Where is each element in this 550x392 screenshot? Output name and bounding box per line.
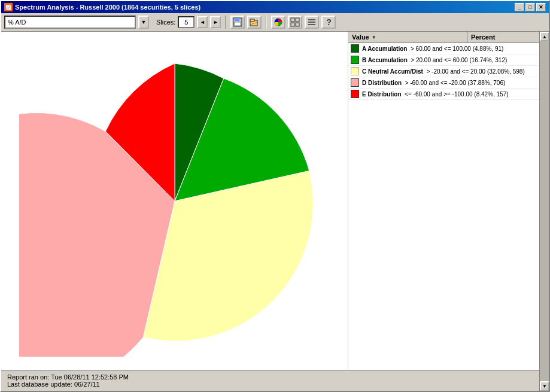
vertical-scrollbar[interactable]: ▲ ▼	[539, 32, 549, 391]
list-button[interactable]	[305, 16, 319, 29]
toolbar: % A/D ▼ Slices: 5 ◄ ►	[1, 13, 549, 32]
legend-row-d: D Distribution > -60.00 and <= -20.00 (3…	[348, 77, 539, 89]
legend-color-d	[351, 78, 359, 87]
close-button[interactable]: ✕	[536, 3, 546, 11]
legend-value-label: Value	[352, 34, 369, 41]
scroll-down-button[interactable]: ▼	[540, 381, 549, 391]
indicator-value: % A/D	[8, 19, 26, 26]
chart-type-button[interactable]	[271, 16, 285, 29]
open-icon	[250, 17, 259, 27]
slices-label: Slices:	[156, 19, 175, 26]
slices-less-button[interactable]: ◄	[197, 16, 208, 28]
app-icon: 📈	[4, 3, 13, 11]
pie-chart	[19, 45, 330, 357]
grid-icon	[290, 17, 300, 27]
legend-row-e: E Distribution <= -60.00 and >= -100.00 …	[348, 89, 539, 100]
legend-label-e: E Distribution <= -60.00 and >= -100.00 …	[362, 91, 537, 98]
legend-label-c: C Neutral Accum/Dist > -20.00 and <= 20.…	[362, 68, 537, 75]
legend-header: Value ▼ Percent	[348, 32, 539, 43]
report-line1: Report ran on: Tue 06/28/11 12:52:58 PM	[7, 373, 533, 381]
legend-color-b	[351, 56, 359, 64]
title-bar: 📈 Spectrum Analysis - Russell 2000 (1864…	[1, 1, 549, 13]
legend-label-b: B Accumulation > 20.00 and <= 60.00 (16.…	[362, 57, 537, 63]
save-button[interactable]	[230, 16, 245, 29]
open-button[interactable]	[247, 16, 262, 29]
toolbar-separator-1	[225, 16, 226, 29]
legend-panel: Value ▼ Percent A Accumulation > 60.00	[348, 32, 539, 370]
help-button[interactable]: ?	[321, 16, 336, 29]
main-window: 📈 Spectrum Analysis - Russell 2000 (1864…	[0, 0, 550, 392]
title-bar-left: 📈 Spectrum Analysis - Russell 2000 (1864…	[4, 3, 200, 11]
indicator-dropdown-arrow[interactable]: ▼	[138, 16, 149, 29]
window-title: Spectrum Analysis - Russell 2000 (1864 s…	[15, 4, 200, 11]
slices-input[interactable]: 5	[178, 16, 195, 28]
slices-value: 5	[184, 19, 188, 26]
scroll-up-button[interactable]: ▲	[540, 32, 549, 41]
help-icon: ?	[326, 17, 332, 27]
slices-more-button[interactable]: ►	[210, 16, 221, 28]
svg-rect-8	[296, 18, 299, 22]
footer: Report ran on: Tue 06/28/11 12:52:58 PM …	[1, 370, 539, 391]
minimize-button[interactable]: _	[515, 3, 524, 11]
legend-row-b: B Accumulation > 20.00 and <= 60.00 (16.…	[348, 54, 539, 66]
scroll-track[interactable]	[540, 41, 549, 381]
title-controls: _ □ ✕	[515, 3, 546, 11]
sort-arrow-icon: ▼	[372, 35, 376, 40]
maximize-button[interactable]: □	[525, 3, 535, 11]
legend-value-header[interactable]: Value ▼	[348, 32, 467, 42]
chart-area	[1, 32, 348, 370]
svg-rect-7	[291, 18, 294, 22]
toolbar-separator-2	[266, 16, 267, 29]
legend-row-c: C Neutral Accum/Dist > -20.00 and <= 20.…	[348, 66, 539, 77]
svg-rect-2	[235, 22, 241, 26]
main-content: Value ▼ Percent A Accumulation > 60.00	[1, 32, 539, 370]
indicator-dropdown[interactable]: % A/D	[4, 16, 136, 29]
legend-row-a: A Accumulation > 60.00 and <= 100.00 (4.…	[348, 43, 539, 54]
legend-percent-label: Percent	[471, 34, 495, 41]
legend-label-d: D Distribution > -60.00 and <= -20.00 (3…	[362, 80, 537, 86]
pie-chart-icon	[274, 17, 283, 27]
svg-rect-9	[291, 23, 294, 26]
legend-color-c	[351, 67, 359, 75]
legend-color-a	[351, 44, 359, 53]
legend-label-a: A Accumulation > 60.00 and <= 100.00 (4.…	[362, 45, 537, 52]
legend-rows: A Accumulation > 60.00 and <= 100.00 (4.…	[348, 43, 539, 370]
save-icon	[233, 17, 242, 27]
grid-button[interactable]	[288, 16, 302, 29]
legend-percent-header[interactable]: Percent	[467, 32, 539, 42]
svg-rect-10	[296, 23, 299, 26]
report-line2: Last database update: 06/27/11	[7, 381, 533, 388]
svg-rect-4	[250, 19, 254, 22]
svg-rect-1	[235, 18, 239, 21]
legend-color-e	[351, 90, 359, 98]
list-icon	[307, 17, 317, 27]
